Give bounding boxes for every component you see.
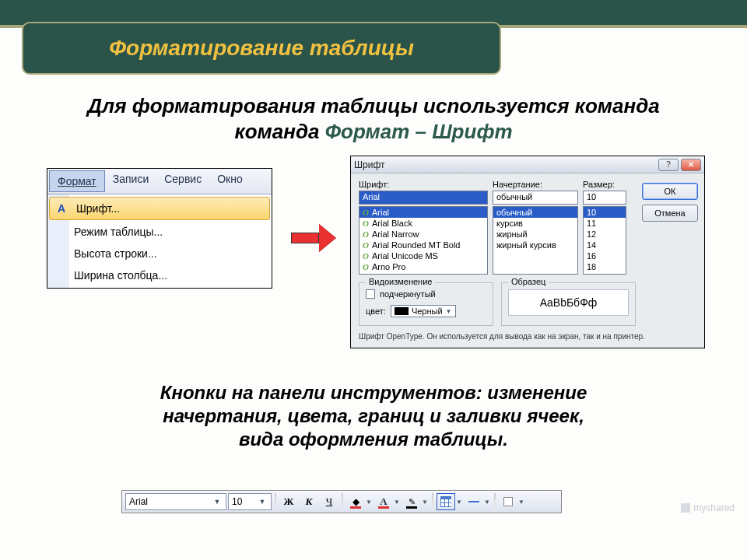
list-item[interactable]: жирный курсив bbox=[493, 240, 577, 250]
chevron-down-icon: ▼ bbox=[446, 308, 452, 315]
intro-command: Формат – Шрифт bbox=[325, 120, 513, 143]
para2-l3: вида оформления таблицы. bbox=[239, 429, 508, 450]
size-input[interactable]: 10 bbox=[583, 191, 626, 205]
intro-plain: Для форматирования таблицы используется … bbox=[87, 94, 660, 117]
chevron-down-icon[interactable]: ▼ bbox=[393, 499, 401, 506]
chevron-down-icon[interactable]: ▼ bbox=[483, 499, 491, 506]
dialog-titlebar: Шрифт ? ✕ bbox=[351, 156, 704, 173]
menu-service[interactable]: Сервис bbox=[156, 169, 209, 194]
style-label: Начертание: bbox=[493, 180, 578, 189]
blank-icon bbox=[51, 225, 68, 239]
sample-legend: Образец bbox=[508, 277, 549, 286]
menu-dropdown: A Шрифт... Режим таблицы... Высота строк… bbox=[47, 194, 272, 288]
separator bbox=[275, 493, 276, 510]
color-combo[interactable]: Черный ▼ bbox=[391, 305, 456, 317]
font-size-combo[interactable]: 10 ▼ bbox=[228, 493, 272, 510]
list-item[interactable]: 11 bbox=[584, 218, 626, 229]
gridlines-button[interactable] bbox=[437, 493, 455, 510]
chevron-down-icon[interactable]: ▼ bbox=[455, 499, 463, 506]
font-listbox[interactable]: OArial OArial Black OArial Narrow OArial… bbox=[359, 206, 488, 275]
menu-item-label: Ширина столбца... bbox=[74, 269, 167, 282]
color-value: Черный bbox=[412, 306, 443, 316]
menu-item-table-mode[interactable]: Режим таблицы... bbox=[47, 221, 272, 243]
opentype-icon: O bbox=[363, 208, 369, 217]
chevron-down-icon: ▼ bbox=[257, 496, 268, 507]
list-item[interactable]: 16 bbox=[584, 250, 626, 261]
arrow-icon bbox=[291, 224, 339, 252]
list-item[interactable]: жирный bbox=[493, 229, 577, 240]
underline-label: подчеркнутый bbox=[380, 289, 436, 299]
size-listbox[interactable]: 10 11 12 14 16 18 20 bbox=[583, 206, 626, 275]
list-item: OArial Black bbox=[359, 218, 487, 229]
font-color-button[interactable]: A bbox=[374, 493, 393, 510]
fill-color-button[interactable]: ◆ bbox=[346, 493, 365, 510]
font-name-combo[interactable]: Arial ▼ bbox=[125, 493, 226, 510]
menu-window[interactable]: Окно bbox=[209, 169, 251, 194]
paragraph-toolbar-desc: Кнопки на панели инструментов: изменение… bbox=[0, 381, 747, 451]
pencil-icon: ✎ bbox=[409, 497, 416, 507]
sample-preview: AaBbБбФф bbox=[508, 289, 629, 316]
chevron-down-icon[interactable]: ▼ bbox=[365, 499, 373, 506]
list-item[interactable]: обычный bbox=[493, 207, 577, 218]
opentype-icon: O bbox=[363, 262, 369, 271]
opentype-icon: O bbox=[363, 240, 369, 250]
color-swatch-icon bbox=[395, 307, 409, 315]
blank-icon bbox=[51, 247, 68, 261]
chevron-down-icon[interactable]: ▼ bbox=[517, 499, 525, 506]
opentype-icon: O bbox=[363, 251, 369, 261]
list-item[interactable]: 10 bbox=[584, 207, 626, 218]
help-button[interactable]: ? bbox=[658, 159, 679, 171]
arrow-body bbox=[291, 233, 319, 243]
ok-button[interactable]: ОК bbox=[642, 183, 698, 200]
formatting-toolbar: Arial ▼ 10 ▼ Ж К Ч ◆ ▼ A ▼ ✎ ▼ ▼ bbox=[121, 490, 562, 513]
opentype-icon: O bbox=[363, 273, 369, 275]
dialog-title: Шрифт bbox=[354, 159, 384, 170]
border-color-button[interactable]: ✎ bbox=[402, 493, 421, 510]
para2-l1: Кнопки на панели инструментов: изменение bbox=[160, 382, 587, 403]
style-listbox[interactable]: обычный курсив жирный жирный курсив bbox=[493, 206, 578, 275]
menu-item-label: Шрифт... bbox=[76, 202, 120, 215]
list-item[interactable]: 20 bbox=[584, 272, 626, 275]
menu-item-font[interactable]: A Шрифт... bbox=[49, 197, 270, 220]
menu-format[interactable]: Формат bbox=[49, 170, 105, 192]
font-input[interactable]: Arial bbox=[359, 191, 488, 205]
opentype-icon: O bbox=[363, 219, 369, 228]
separator bbox=[342, 493, 343, 510]
color-label: цвет: bbox=[366, 306, 386, 316]
chevron-down-icon[interactable]: ▼ bbox=[421, 499, 429, 506]
slide-title-banner: Форматирование таблицы bbox=[22, 22, 501, 75]
opentype-icon: O bbox=[363, 229, 369, 239]
list-item: OArno Pro Caption bbox=[359, 272, 487, 275]
menu-item-row-height[interactable]: Высота строки... bbox=[47, 243, 272, 264]
extra-button[interactable] bbox=[499, 493, 517, 510]
cancel-button[interactable]: Отмена bbox=[642, 205, 698, 222]
close-button[interactable]: ✕ bbox=[681, 159, 701, 171]
list-item: OArial bbox=[359, 207, 487, 218]
menu-records[interactable]: Записи bbox=[105, 169, 156, 194]
arrow-head bbox=[319, 224, 336, 252]
letter-a-icon: A bbox=[380, 495, 387, 508]
font-dialog: Шрифт ? ✕ Шрифт: Arial OArial OArial Bla… bbox=[350, 156, 705, 348]
list-item[interactable]: 12 bbox=[584, 229, 626, 240]
font-size-value: 10 bbox=[232, 496, 242, 507]
font-label: Шрифт: bbox=[359, 180, 488, 189]
watermark-icon bbox=[681, 503, 690, 513]
line-style-button[interactable] bbox=[465, 493, 483, 510]
list-item[interactable]: 18 bbox=[584, 261, 626, 272]
bucket-icon: ◆ bbox=[352, 496, 359, 507]
underline-checkbox[interactable] bbox=[366, 289, 375, 299]
square-icon bbox=[503, 497, 513, 506]
intro-text: Для форматирования таблицы используется … bbox=[0, 93, 747, 144]
list-item[interactable]: 14 bbox=[584, 240, 626, 250]
chevron-down-icon: ▼ bbox=[212, 496, 223, 507]
watermark-text: myshared bbox=[693, 502, 735, 513]
bold-button[interactable]: Ж bbox=[279, 493, 298, 510]
list-item: OArial Rounded MT Bold bbox=[359, 240, 487, 250]
list-item: OArial Unicode MS bbox=[359, 250, 487, 261]
underline-button[interactable]: Ч bbox=[320, 493, 338, 510]
separator bbox=[494, 493, 496, 510]
style-input[interactable]: обычный bbox=[493, 191, 578, 205]
italic-button[interactable]: К bbox=[300, 493, 318, 510]
list-item[interactable]: курсив bbox=[493, 218, 577, 229]
menu-item-col-width[interactable]: Ширина столбца... bbox=[47, 264, 272, 286]
